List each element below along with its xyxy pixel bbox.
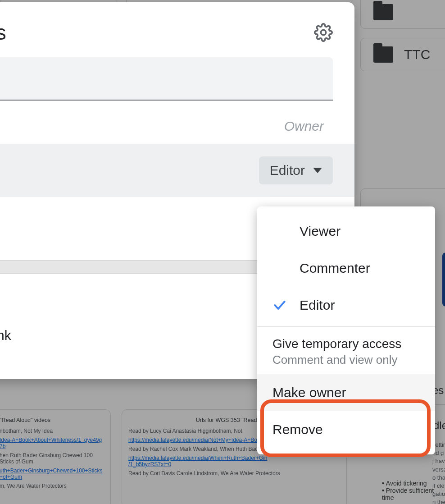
doc-line: nbotham, Not My Idea xyxy=(0,428,104,434)
folder-chip[interactable] xyxy=(360,0,445,29)
menu-item-viewer[interactable]: Viewer xyxy=(257,213,435,250)
doc-link[interactable]: Idea-A+Book+About+Whiteness/1_qye49g7b xyxy=(0,437,104,449)
menu-item-temporary-access[interactable]: Give temporary access Comment and view o… xyxy=(257,330,435,374)
check-icon-placeholder xyxy=(272,261,287,275)
doc-link[interactable]: /1_b5byzRS7xt=0 xyxy=(128,461,340,467)
share-input-wrap xyxy=(0,57,354,106)
menu-item-commenter[interactable]: Commenter xyxy=(257,250,435,287)
doc-title: "Read Aloud" videos xyxy=(0,417,104,423)
menu-item-label: Viewer xyxy=(300,224,341,239)
doc-line: hen Ruth Bader Ginsburg Chewed 100 Stick… xyxy=(0,452,104,465)
folder-label: TTC xyxy=(404,47,430,62)
doc-card[interactable]: "Read Aloud" videos nbotham, Not My Idea… xyxy=(0,409,111,504)
menu-item-label: Give temporary access xyxy=(272,337,420,351)
check-icon xyxy=(272,298,287,312)
menu-item-make-owner[interactable]: Make owner xyxy=(257,374,435,411)
owner-label: Owner xyxy=(0,106,354,144)
folder-chip-ttc[interactable]: TTC xyxy=(360,38,445,71)
role-dropdown-label: Editor xyxy=(270,163,305,178)
menu-divider xyxy=(257,326,435,327)
bg-bullets: Avoid tickering Provide sufficient time xyxy=(382,480,445,501)
doc-line: m, We Are Water Protectors xyxy=(0,483,104,489)
role-dropdown-button[interactable]: Editor xyxy=(259,156,333,184)
svg-point-0 xyxy=(321,30,326,35)
menu-item-remove[interactable]: Remove xyxy=(257,411,435,448)
folder-icon xyxy=(373,4,393,20)
doc-link[interactable]: https://media.lafayette.edu/media/When+R… xyxy=(128,455,340,461)
menu-item-label: Commenter xyxy=(300,261,370,276)
menu-item-label: Make owner xyxy=(272,385,346,400)
share-people-input[interactable] xyxy=(0,57,333,101)
folder-icon xyxy=(373,46,393,63)
share-title: and groups xyxy=(0,20,6,45)
gear-icon[interactable] xyxy=(314,23,333,42)
menu-item-label: Editor xyxy=(300,298,335,313)
collaborator-row: Editor xyxy=(0,144,354,197)
scroll-pill[interactable] xyxy=(442,252,445,307)
menu-item-label: Remove xyxy=(272,422,323,437)
share-header: and groups xyxy=(0,2,354,57)
bullet-item: Avoid tickering xyxy=(382,480,445,487)
menu-item-editor[interactable]: Editor xyxy=(257,287,435,324)
chevron-down-icon xyxy=(313,168,322,173)
bullet-item: Provide sufficient time xyxy=(382,487,445,501)
check-icon-placeholder xyxy=(272,224,287,238)
menu-item-description: Comment and view only xyxy=(272,353,420,367)
doc-line: Read by Cori Davis Carole Lindstrom, We … xyxy=(128,470,340,477)
doc-link[interactable]: uth+Bader+Ginsburg+Chewed+100+Sticks+of+… xyxy=(0,467,104,480)
role-menu: Viewer Commenter Editor Give temporary a… xyxy=(257,206,435,454)
